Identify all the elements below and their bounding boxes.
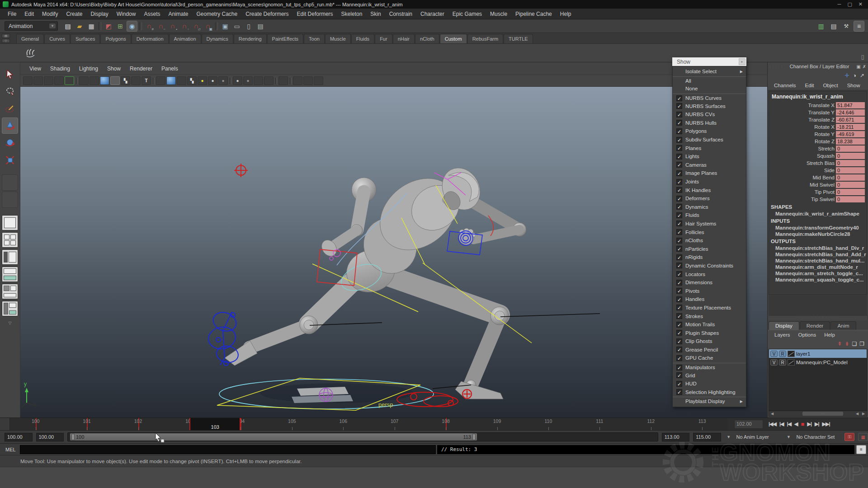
- show-menu-item[interactable]: ✓ HUD ▶: [673, 380, 746, 388]
- output-node[interactable]: Mannequin:arm_stretch_toggle_c...: [769, 270, 867, 277]
- show-menu-item[interactable]: ✓ NURBS Hulls ▶: [673, 119, 746, 127]
- empty-tool-slot[interactable]: [2, 192, 18, 208]
- show-menu-item[interactable]: ✓ Clip Ghosts ▶: [673, 337, 746, 346]
- layer-editor-tab[interactable]: Anim: [830, 321, 856, 330]
- checkbox-icon[interactable]: ✓: [676, 313, 682, 319]
- checkbox-icon[interactable]: ✓: [676, 229, 682, 235]
- attribute-value-field[interactable]: -60.671: [836, 117, 865, 123]
- show-menu-item[interactable]: ✓ None ▶: [673, 84, 746, 93]
- layer-color-swatch[interactable]: [788, 359, 795, 366]
- menu-item[interactable]: Help: [556, 9, 576, 19]
- locator-crosshair[interactable]: [234, 164, 248, 177]
- output-node[interactable]: Mannequin:stretchBias_hand_mul...: [769, 258, 867, 264]
- channel-box-menu-item[interactable]: Show: [844, 83, 864, 88]
- channel-box-menu-item[interactable]: Object: [819, 83, 841, 88]
- playback-button[interactable]: ■: [800, 420, 805, 428]
- show-menu-item[interactable]: ✓ nParticles ▶: [673, 244, 746, 253]
- layer-editor-tab[interactable]: Display: [769, 321, 799, 330]
- checkbox-icon[interactable]: ✓: [676, 179, 682, 185]
- output-node[interactable]: Mannequin:stretchBias_hand_Div_r: [769, 245, 867, 251]
- shelf-tab[interactable]: Fluids: [351, 34, 374, 43]
- channel-box-menu-item[interactable]: Channels: [770, 83, 800, 88]
- attribute-value-field[interactable]: 0: [836, 174, 865, 181]
- manip-axis-icon[interactable]: ✛: [845, 72, 849, 79]
- time-slider-grip[interactable]: [0, 418, 10, 430]
- channel-object-name[interactable]: Mannequin:ik_wrist_r_anim: [769, 93, 867, 102]
- viewport-toolbar-icon[interactable]: [33, 76, 43, 85]
- panel-drag-grip[interactable]: : : : : :: [769, 65, 783, 69]
- status-line-icon[interactable]: [255, 21, 266, 32]
- timeline-frame[interactable]: 109 109: [472, 418, 523, 430]
- attribute-label[interactable]: Stretch Bias: [769, 160, 836, 166]
- timeline-frame[interactable]: 108 108: [420, 418, 471, 430]
- checkbox-icon[interactable]: ✓: [676, 103, 682, 109]
- layer-render-toggle[interactable]: R: [779, 359, 786, 366]
- attribute-value-field[interactable]: 0: [836, 160, 865, 166]
- checkbox-icon[interactable]: ✓: [676, 338, 682, 344]
- panel-toggle-icon[interactable]: [841, 21, 852, 32]
- viewport-toolbar-icon[interactable]: [79, 76, 89, 85]
- attribute-label[interactable]: Tip Swivel: [769, 197, 836, 202]
- viewport-toolbar-icon[interactable]: [54, 76, 64, 85]
- viewport-toolbar-icon[interactable]: [274, 76, 278, 85]
- panel-menu-item[interactable]: View: [25, 66, 46, 72]
- attribute-value-field[interactable]: 18.238: [836, 138, 865, 145]
- show-menu-item[interactable]: ✓ Selection Highlighting ▶: [673, 388, 746, 397]
- status-line-icon[interactable]: [167, 21, 178, 32]
- checkbox-icon[interactable]: ✓: [676, 365, 682, 371]
- viewport-toolbar-icon[interactable]: [23, 76, 33, 85]
- show-menu-item[interactable]: ✓ Polygons ▶: [673, 127, 746, 136]
- maximize-button[interactable]: ▢: [847, 1, 852, 7]
- menu-set-selector[interactable]: Animation: [5, 21, 58, 31]
- layout-persp-graph[interactable]: [2, 267, 18, 282]
- show-menu-item[interactable]: ✓ Handles ▶: [673, 295, 746, 304]
- layer-render-toggle[interactable]: R: [779, 351, 786, 357]
- viewport-toolbar-icon[interactable]: [293, 76, 302, 85]
- layer-name[interactable]: layer1: [796, 351, 810, 357]
- show-menu-item[interactable]: ✓ Fluids ▶: [673, 211, 746, 220]
- mel-input[interactable]: [20, 445, 436, 454]
- layer-editor-menu-item[interactable]: Help: [820, 332, 839, 338]
- toolbox-more-icon[interactable]: ▽: [9, 321, 12, 325]
- shelf-tab[interactable]: RebusFarm: [467, 34, 503, 43]
- show-menu-item[interactable]: ✓ Strokes ▶: [673, 312, 746, 320]
- checkbox-icon[interactable]: ✓: [676, 187, 682, 193]
- show-menu-item[interactable]: ✓ Dynamic Constraints ▶: [673, 262, 746, 270]
- layout-four-pane[interactable]: [2, 232, 18, 248]
- playback-button[interactable]: ▶▶|: [821, 420, 831, 428]
- shelf-menu-icon[interactable]: ▽: [2, 39, 10, 43]
- show-menu-item[interactable]: ✓ GPU Cache ▶: [673, 354, 746, 362]
- status-line-icon[interactable]: [115, 21, 126, 32]
- attribute-label[interactable]: Rotate X: [769, 124, 836, 130]
- move-layer-down-icon[interactable]: ⇟: [844, 341, 849, 347]
- last-tool-slot[interactable]: [2, 174, 18, 191]
- shelf-tab[interactable]: Dynamics: [202, 34, 233, 43]
- show-menu-item[interactable]: ✓ Image Planes ▶: [673, 169, 746, 178]
- menu-item[interactable]: Constrain: [385, 9, 416, 19]
- viewport-toolbar-icon[interactable]: [198, 76, 207, 85]
- menu-item[interactable]: Edit: [20, 9, 38, 19]
- layout-single-pane[interactable]: [2, 215, 18, 230]
- auto-keyframe-icon[interactable]: ⚿: [844, 433, 854, 441]
- shelf-tab[interactable]: Fur: [375, 34, 392, 43]
- select-tool[interactable]: [2, 66, 18, 82]
- attribute-value-field[interactable]: 0: [836, 167, 865, 174]
- menu-item[interactable]: Skin: [366, 9, 385, 19]
- timeline-frame[interactable]: 103 103: [164, 418, 215, 430]
- character-set-selector[interactable]: No Character Set: [796, 433, 841, 441]
- status-line-icon[interactable]: [74, 21, 85, 32]
- timeline-frame[interactable]: 102 102: [113, 418, 164, 430]
- viewport-toolbar-icon[interactable]: [177, 76, 186, 85]
- script-editor-icon[interactable]: ≡: [856, 445, 866, 454]
- attribute-label[interactable]: Translate Z: [769, 117, 836, 122]
- mel-label[interactable]: MEL: [0, 447, 20, 452]
- layer-row[interactable]: V R Mannequin:PC_Model: [769, 358, 867, 366]
- viewport-toolbar-icon[interactable]: [121, 76, 130, 85]
- show-menu-item[interactable]: ✓ Lights ▶: [673, 152, 746, 161]
- custom-shelf-item[interactable]: [24, 46, 37, 60]
- viewport-toolbar-icon[interactable]: [254, 76, 263, 85]
- show-menu-item[interactable]: ✓ IK Handles ▶: [673, 186, 746, 194]
- status-line-icon[interactable]: [98, 21, 102, 32]
- panel-toggle-icon[interactable]: [828, 21, 839, 32]
- show-menu-item[interactable]: ✓ Motion Trails ▶: [673, 320, 746, 329]
